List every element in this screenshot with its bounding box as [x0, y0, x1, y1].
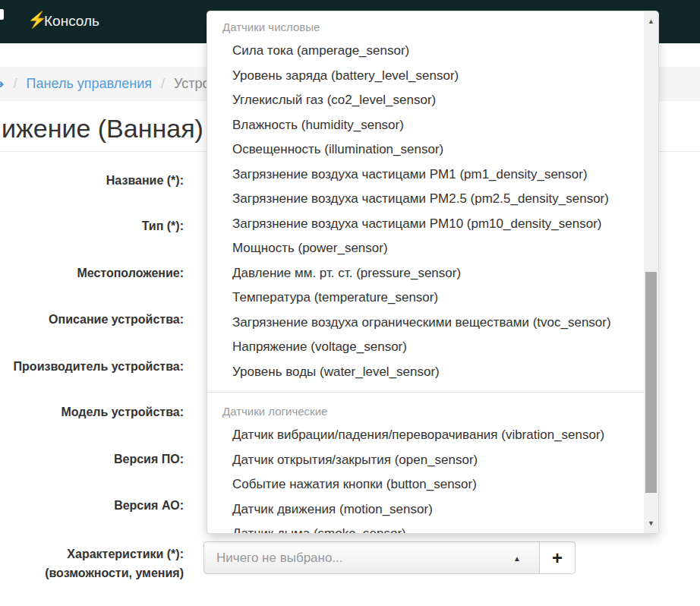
caret-up-icon: ▲	[513, 554, 521, 563]
page-title: ижение (Ванная)	[2, 114, 203, 144]
plus-icon: +	[552, 548, 563, 569]
dropdown-item-co2-level[interactable]: Углекислый газ (co2_level_sensor)	[207, 88, 658, 113]
label-hw-version: Версия АО:	[0, 499, 184, 513]
dropdown-group-divider	[207, 392, 658, 393]
dropdown-item-pm10-density[interactable]: Загрязнение воздуха частицами PM10 (pm10…	[207, 212, 658, 237]
scrollbar-thumb[interactable]	[645, 272, 657, 493]
dropdown-item-voltage[interactable]: Напряжение (voltage_sensor)	[207, 335, 658, 360]
dropdown-item-tvoc[interactable]: Загрязнение воздуха ограническими вещест…	[207, 311, 658, 336]
label-sw-version: Версия ПО:	[0, 453, 184, 466]
dropdown-item-smoke[interactable]: Датчик дыма (smoke_sensor)	[207, 522, 658, 534]
label-characteristics-line1: Характеристики (*):	[0, 544, 184, 563]
dropdown-group-header: Датчики логические	[207, 400, 658, 423]
dropdown-item-open[interactable]: Датчик открытия/закрытия (open_sensor)	[207, 448, 658, 473]
select-placeholder: Ничего не выбрано...	[216, 551, 343, 566]
label-type: Тип (*):	[0, 219, 184, 233]
dropdown-group-header: Датчики числовые	[207, 16, 658, 39]
dropdown-item-button[interactable]: Событие нажатия кнопки (button_sensor)	[207, 472, 658, 497]
dropdown-item-motion[interactable]: Датчик движения (motion_sensor)	[207, 497, 658, 522]
breadcrumb-link-control-panel[interactable]: Панель управления	[27, 76, 152, 92]
characteristics-dropdown-menu: Датчики числовые Сила тока (amperage_sen…	[207, 11, 659, 534]
dropdown-item-power[interactable]: Мощность (power_sensor)	[207, 236, 658, 261]
dropdown-item-pm1-density[interactable]: Загрязнение воздуха частицами PM1 (pm1_d…	[207, 163, 658, 188]
dropdown-item-battery-level[interactable]: Уровень заряда (battery_level_sensor)	[207, 64, 658, 89]
add-characteristic-button[interactable]: +	[539, 541, 575, 574]
dropdown-item-amperage[interactable]: Сила тока (amperage_sensor)	[207, 39, 658, 64]
characteristics-select-button[interactable]: Ничего не выбрано... ▲	[203, 541, 540, 574]
characteristics-select-row: Ничего не выбрано... ▲ +	[203, 541, 575, 574]
label-name: Название (*):	[0, 174, 184, 188]
dropdown-item-illumination[interactable]: Освещенность (illumination_sensor)	[207, 137, 658, 163]
dropdown-item-pm25-density[interactable]: Загрязнение воздуха частицами PM2.5 (pm2…	[207, 187, 658, 212]
dropdown-item-water-level[interactable]: Уровень воды (water_level_sensor)	[207, 360, 658, 385]
label-location: Местоположение:	[0, 267, 184, 280]
label-manufacturer: Производитель устройства:	[0, 360, 184, 374]
clipped-logo-icon	[0, 9, 4, 20]
label-characteristics-line2: (возможности, умения)	[0, 563, 184, 582]
scrollbar-up-icon[interactable]: ▲	[644, 17, 658, 25]
navbar-brand-console[interactable]: Консоль	[44, 13, 99, 30]
breadcrumb-separator: /	[161, 76, 165, 92]
scrollbar-down-icon[interactable]: ▼	[644, 519, 658, 527]
label-model: Модель устройства:	[0, 406, 184, 419]
breadcrumb-separator: /	[14, 76, 17, 92]
label-characteristics: Характеристики (*): (возможности, умения…	[0, 544, 184, 582]
dropdown-item-pressure[interactable]: Давление мм. рт. ст. (pressure_sensor)	[207, 261, 658, 286]
breadcrumb-arrow-icon[interactable]: ➜	[0, 77, 5, 91]
dropdown-item-vibration[interactable]: Датчик вибрации/падения/переворачивания …	[207, 423, 658, 448]
dropdown-item-humidity[interactable]: Влажность (humidity_sensor)	[207, 113, 658, 138]
dropdown-scrollbar[interactable]: ▲ ▼	[644, 11, 658, 533]
dropdown-item-temperature[interactable]: Температура (temperature_sensor)	[207, 286, 658, 311]
label-description: Описание устройства:	[0, 313, 184, 327]
